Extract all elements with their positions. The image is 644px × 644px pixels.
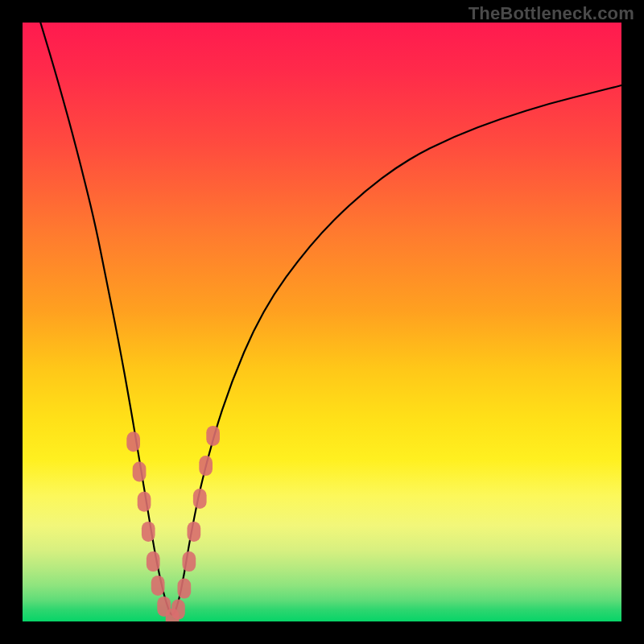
curve-marker <box>142 522 155 542</box>
curve-marker <box>193 489 207 509</box>
curve-marker <box>206 426 220 446</box>
curve-marker <box>171 600 185 620</box>
curve-marker <box>126 431 140 452</box>
curve-marker <box>199 456 213 476</box>
chart-frame: TheBottleneck.com <box>0 0 644 644</box>
curve-marker <box>151 576 165 596</box>
plot-svg <box>23 23 621 621</box>
curve-marker <box>133 462 147 482</box>
markers-group <box>126 426 220 621</box>
curve-marker <box>183 551 196 572</box>
plot-area <box>23 23 621 621</box>
bottleneck-curve <box>40 23 621 615</box>
curve-marker <box>188 522 201 542</box>
curve-marker <box>138 492 151 512</box>
curve-marker <box>178 579 192 599</box>
watermark-text: TheBottleneck.com <box>469 3 634 24</box>
curve-marker <box>147 551 160 572</box>
